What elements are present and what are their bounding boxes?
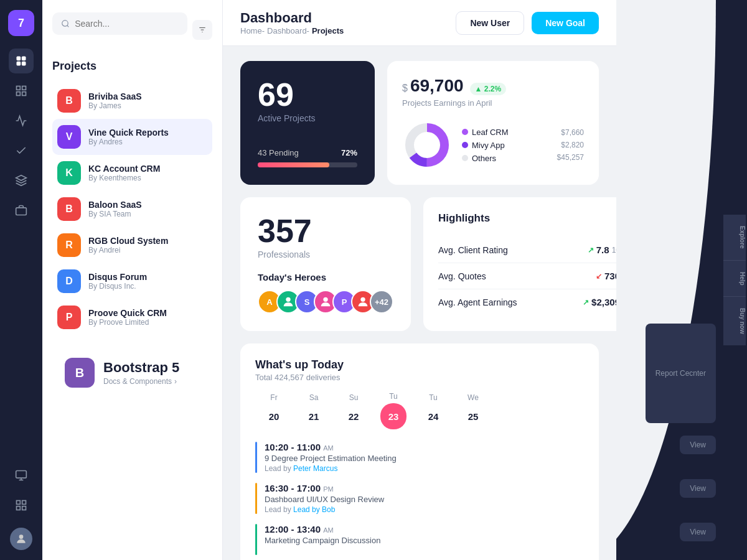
- project-item-5[interactable]: D Disqus Forum By Disqus Inc.: [52, 263, 212, 299]
- nav-icon-chart[interactable]: [9, 108, 34, 133]
- breadcrumb-home: Home-: [240, 26, 265, 35]
- help-button[interactable]: Help: [723, 261, 746, 297]
- svg-rect-0: [17, 57, 21, 61]
- report-center-button[interactable]: Report Cecnter: [646, 324, 716, 423]
- progress-bar-wrap: [258, 162, 357, 167]
- event-item-1: 10:20 - 11:00 AM 9 Degree Project Estima…: [255, 442, 584, 473]
- project-item-4[interactable]: R RGB Cloud System By Andrei: [52, 227, 212, 263]
- event-title-1: 9 Degree Project Estimation Meeting: [265, 454, 397, 463]
- nav-icon-layers[interactable]: [9, 168, 34, 193]
- bootstrap-title: Bootstrap 5: [103, 360, 179, 376]
- project-item-6[interactable]: P Proove Quick CRM By Proove Limited: [52, 299, 212, 335]
- progress-section: 43 Pending 72%: [258, 148, 357, 167]
- bootstrap-card[interactable]: B Bootstrap 5 Docs & Components ›: [52, 345, 212, 400]
- active-projects-card: 69 Active Projects 43 Pending 72%: [240, 61, 375, 185]
- filter-button[interactable]: [192, 20, 212, 40]
- projects-list: B Briviba SaaS By James V Vine Quick Rep…: [52, 83, 212, 335]
- nav-icon-briefcase[interactable]: [9, 198, 34, 223]
- view-button-1[interactable]: View: [680, 436, 716, 454]
- buy-now-button[interactable]: Buy now: [723, 297, 746, 345]
- project-item-2[interactable]: K KC Account CRM By Keenthemes: [52, 155, 212, 191]
- view-button-3[interactable]: View: [680, 523, 716, 541]
- new-user-button[interactable]: New User: [456, 11, 524, 35]
- event-title-2: Dashboard UI/UX Design Review: [265, 495, 384, 504]
- project-info-1: Vine Quick Reports By Andres: [88, 128, 169, 146]
- event-item-2: 16:30 - 17:00 PM Dashboard UI/UX Design …: [255, 483, 584, 514]
- sidebar-search[interactable]: [52, 12, 187, 35]
- project-logo-0: B: [57, 89, 81, 113]
- top-row: 69 Active Projects 43 Pending 72% $ 69,7…: [240, 61, 599, 185]
- svg-rect-16: [22, 506, 26, 510]
- professionals-label: Professionals: [258, 250, 393, 259]
- svg-point-17: [19, 534, 24, 539]
- event-lead-1: Lead by Peter Marcus: [265, 464, 397, 473]
- svg-rect-2: [17, 62, 21, 66]
- highlight-row-earnings: Avg. Agent Earnings ↗ $2,309: [438, 289, 616, 315]
- breadcrumb-dashboard: Dashboard-: [267, 26, 309, 35]
- search-input[interactable]: [75, 19, 179, 29]
- view-button-2[interactable]: View: [680, 479, 716, 498]
- nav-icon-grid2[interactable]: [9, 493, 34, 518]
- new-goal-button[interactable]: New Goal: [532, 12, 599, 34]
- earnings-badge: ▲ 2.2%: [470, 83, 507, 95]
- nav-icon-monitor[interactable]: [9, 463, 34, 488]
- right-panel: Explore Help Buy now Report Cecnter View…: [616, 0, 747, 560]
- earnings-amount: $ 69,700 ▲ 2.2%: [402, 76, 584, 96]
- event-line-blue: [255, 442, 257, 473]
- donut-chart: [402, 120, 452, 170]
- nav-avatar[interactable]: 7: [8, 10, 34, 36]
- progress-bar-fill: [258, 162, 329, 167]
- page-title: Dashboard: [240, 10, 344, 26]
- svg-line-19: [67, 26, 69, 27]
- header-actions: New User New Goal: [456, 11, 599, 35]
- event-item-3: 12:00 - 13:40 AM Marketing Campaign Disc…: [255, 524, 584, 555]
- active-projects-label: Active Projects: [258, 113, 357, 123]
- project-item-3[interactable]: B Baloon SaaS By SIA Team: [52, 191, 212, 227]
- schedule-title: What's up Today: [255, 358, 584, 371]
- project-item-0[interactable]: B Briviba SaaS By James: [52, 83, 212, 119]
- breadcrumb-projects: Projects: [312, 26, 344, 35]
- projects-title: Projects: [52, 60, 212, 73]
- earnings-card: $ 69,700 ▲ 2.2% Projects Earnings in Apr…: [387, 61, 599, 185]
- highlight-row-rating: Avg. Client Rating ↗ 7.8 10: [438, 237, 616, 263]
- project-info-4: RGB Cloud System By Andrei: [88, 236, 168, 254]
- panel-curve: [616, 0, 716, 560]
- earnings-label: Projects Earnings in April: [402, 98, 584, 108]
- user-avatar[interactable]: [10, 528, 32, 550]
- earnings-value: 69,700: [410, 76, 464, 96]
- project-info-6: Proove Quick CRM By Proove Limited: [88, 308, 167, 327]
- svg-rect-14: [22, 501, 26, 505]
- svg-point-27: [323, 297, 327, 302]
- project-logo-5: D: [57, 269, 81, 293]
- event-line-yellow: [255, 483, 257, 514]
- project-item-1[interactable]: V Vine Quick Reports By Andres: [52, 119, 212, 155]
- project-logo-1: V: [57, 125, 81, 149]
- event-lead-2: Lead by Lead by Bob: [265, 505, 384, 514]
- pending-count: 43 Pending: [258, 148, 299, 157]
- project-info-3: Baloon SaaS By SIA Team: [88, 200, 142, 218]
- svg-rect-15: [17, 506, 21, 510]
- earnings-legend: Leaf CRM Mivy App Others: [462, 128, 547, 163]
- nav-icon-grid[interactable]: [9, 78, 34, 103]
- search-icon: [61, 19, 70, 29]
- bootstrap-link[interactable]: Docs & Components ›: [103, 377, 179, 386]
- svg-marker-8: [16, 175, 27, 180]
- event-time-2: 16:30 - 17:00 PM: [265, 483, 384, 493]
- svg-rect-5: [22, 86, 26, 90]
- icon-nav: 7: [0, 0, 42, 560]
- svg-rect-10: [16, 471, 27, 478]
- events-list: 10:20 - 11:00 AM 9 Degree Project Estima…: [255, 442, 584, 555]
- nav-icon-dashboard[interactable]: [9, 49, 34, 73]
- nav-icon-check[interactable]: [9, 138, 34, 163]
- event-time-1: 10:20 - 11:00 AM: [265, 442, 397, 452]
- bootstrap-logo: B: [65, 358, 95, 388]
- highlights-title: Highlights: [438, 212, 616, 225]
- svg-rect-7: [22, 92, 26, 96]
- heroes-label: Today's Heroes: [258, 272, 393, 282]
- svg-point-18: [62, 21, 68, 26]
- avatar-more: +42: [370, 290, 393, 314]
- explore-button[interactable]: Explore: [723, 215, 746, 261]
- earnings-dollar: $: [402, 83, 408, 94]
- svg-rect-3: [22, 62, 26, 66]
- schedule-header: What's up Today Total 424,567 deliveries: [255, 358, 584, 382]
